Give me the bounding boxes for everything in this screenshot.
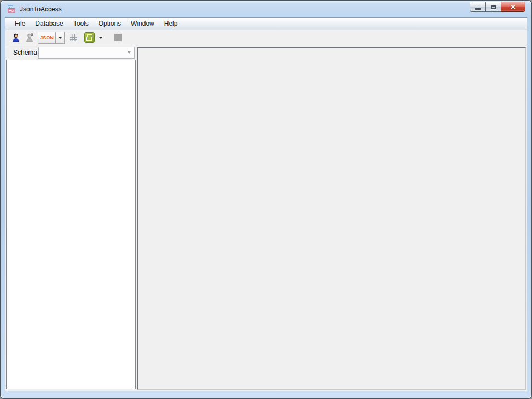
- menu-item-file[interactable]: File: [10, 18, 30, 30]
- table-icon: [69, 33, 78, 42]
- schema-combobox[interactable]: [38, 47, 135, 59]
- menu-item-help[interactable]: Help: [159, 18, 183, 30]
- maximize-button[interactable]: [485, 2, 501, 12]
- title-bar[interactable]: JsonToAccess ✕: [1, 1, 531, 17]
- close-button[interactable]: ✕: [501, 2, 525, 12]
- maximize-icon: [491, 5, 496, 9]
- convert-split-button: [83, 32, 106, 44]
- person-icon: [11, 33, 20, 42]
- close-icon: ✕: [510, 3, 516, 11]
- client-area: File Database Tools Options Window Help: [5, 17, 527, 391]
- menu-item-database[interactable]: Database: [30, 18, 68, 30]
- app-window: JsonToAccess ✕ File Database Tools Optio…: [0, 0, 532, 399]
- export-table-button[interactable]: [67, 32, 80, 44]
- cascade-windows-icon: [84, 32, 95, 43]
- json-source-button[interactable]: JSON: [38, 32, 56, 44]
- chevron-down-icon: [99, 37, 103, 39]
- minimize-icon: [475, 8, 481, 10]
- person-x-icon: [25, 33, 34, 42]
- menu-bar: File Database Tools Options Window Help: [5, 18, 527, 30]
- convert-button[interactable]: [83, 32, 96, 44]
- connect-button[interactable]: [9, 32, 22, 44]
- minimize-button[interactable]: [470, 2, 486, 12]
- main-area: Schema: [5, 45, 527, 391]
- window-controls: ✕: [470, 2, 525, 12]
- convert-dropdown-button[interactable]: [96, 32, 105, 44]
- disconnect-button[interactable]: [23, 32, 36, 44]
- menu-item-options[interactable]: Options: [94, 18, 126, 30]
- json-source-dropdown-button[interactable]: [56, 32, 65, 44]
- schema-tree-panel[interactable]: [6, 60, 136, 389]
- menu-item-tools[interactable]: Tools: [68, 18, 94, 30]
- chevron-down-icon: [128, 51, 131, 54]
- toolbar: JSON: [5, 30, 527, 45]
- menu-item-window[interactable]: Window: [126, 18, 159, 30]
- json-text-badge: JSON: [40, 35, 54, 41]
- json-source-split-button: JSON: [38, 32, 65, 44]
- app-icon: [7, 5, 16, 14]
- schema-label: Schema: [13, 47, 37, 59]
- stop-square-icon: [114, 34, 122, 41]
- window-title: JsonToAccess: [20, 5, 62, 13]
- stop-button[interactable]: [111, 32, 124, 44]
- chevron-down-icon: [58, 37, 62, 39]
- main-content-panel: [137, 47, 526, 390]
